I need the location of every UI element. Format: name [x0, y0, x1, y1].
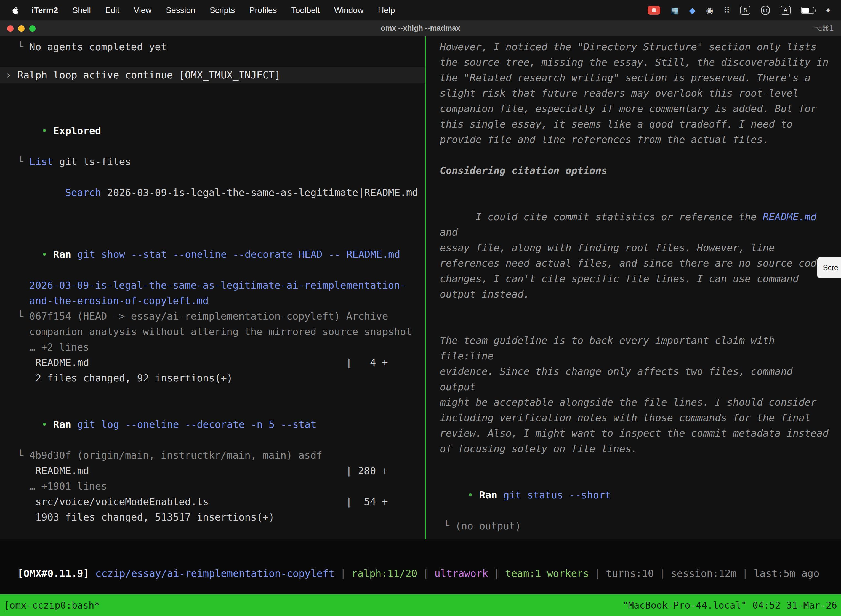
readme-file-reference: README.md: [763, 211, 816, 223]
agents-status-line: └No agents completed yet: [0, 39, 425, 55]
ran-label: Ran: [53, 419, 71, 430]
menu-item-view[interactable]: View: [127, 6, 159, 15]
turns-counter: turns:10: [606, 568, 653, 579]
diffstat-summary: 1903 files changed, 513517 insertions(+): [0, 509, 425, 525]
apple-menu-icon[interactable]: [7, 5, 24, 15]
ran-git-log-line: •Rangit log --oneline --decorate -n 5 --…: [0, 401, 425, 448]
diffstat-filename: README.md: [35, 355, 346, 370]
search-argument: 2026-03-09-is-legal-the-same-as-legitima…: [107, 187, 418, 198]
diffstat-value: | 54 +: [346, 494, 388, 509]
menu-item-help[interactable]: Help: [371, 6, 402, 15]
menu-item-toolbelt[interactable]: Toolbelt: [284, 6, 327, 15]
dots-grid-icon[interactable]: ⠿: [724, 6, 730, 15]
team-workers-badge: team:1 workers: [505, 568, 589, 579]
tree-branch-glyph: └: [18, 39, 29, 55]
ralph-banner-text: Ralph loop active continue [OMX_TMUX_INJ…: [18, 67, 281, 83]
numeric-key-icon[interactable]: 8: [740, 6, 750, 15]
reasoning-heading: Considering citation options: [440, 163, 834, 178]
bullet-icon: •: [467, 487, 479, 503]
menu-item-shell[interactable]: Shell: [65, 6, 98, 15]
omx-status-bar: [OMX#0.11.9]cczip/essay/ai-reimplementat…: [0, 539, 841, 594]
ultrawork-mode-badge: ultrawork: [434, 568, 488, 579]
menu-item-window[interactable]: Window: [327, 6, 371, 15]
bullet-icon: •: [41, 123, 53, 139]
separator: |: [742, 568, 748, 579]
left-terminal-pane[interactable]: └No agents completed yet ›Ralph loop act…: [0, 37, 425, 539]
git-log-output: └4b9d30f (origin/main, instructkr/main, …: [0, 448, 425, 463]
explored-label: Explored: [53, 125, 101, 136]
menu-item-session[interactable]: Session: [159, 6, 202, 15]
git-status-output-text: (no output): [455, 518, 521, 534]
ralph-progress: ralph:11/20: [352, 568, 417, 579]
window-shortcut-badge: ⌥⌘1: [814, 24, 834, 32]
reasoning-paragraph-1: However, I noticed the "Directory Struct…: [440, 39, 834, 147]
diffstat-row: src/voice/voiceModeEnabled.ts| 54 +: [0, 494, 425, 509]
screen-overlay-button[interactable]: Scre: [817, 257, 841, 278]
menu-item-scripts[interactable]: Scripts: [202, 6, 242, 15]
right-terminal-pane[interactable]: However, I noticed the "Directory Struct…: [426, 37, 841, 539]
percent-gauge-icon[interactable]: 61: [761, 6, 770, 15]
menu-item-edit[interactable]: Edit: [98, 6, 127, 15]
reasoning-paragraph-3: The team guideline is to back every impo…: [440, 333, 834, 456]
diffstat-value: | 280 +: [346, 463, 388, 478]
diffstat-summary-text: 2 files changed, 92 insertions(+): [35, 370, 233, 386]
git-status-output: └(no output): [426, 518, 841, 534]
diffstat-more-line: … +1901 lines: [0, 478, 425, 494]
tree-branch-glyph: └: [18, 308, 29, 355]
menu-bar-status-area: ▦ ◆ ◉ ⠿ 8 61 A ✦: [648, 6, 841, 15]
tree-branch-glyph: └: [18, 448, 29, 463]
diffstat-filename: README.md: [35, 463, 346, 478]
reasoning-paragraph-2: I could cite commit statistics or refere…: [440, 194, 834, 317]
diffstat-filename: src/voice/voiceModeEnabled.ts: [35, 494, 346, 509]
agents-status-text: No agents completed yet: [29, 39, 167, 55]
separator: |: [423, 568, 429, 579]
git-show-output: └067f154 (HEAD -> essay/ai-reimplementat…: [0, 308, 425, 355]
ran-label: Ran: [479, 489, 497, 501]
last-activity: last:5m ago: [753, 568, 819, 579]
minimize-button[interactable]: [18, 25, 25, 32]
ran-label: Ran: [53, 249, 71, 260]
paragraph-text: I could cite commit statistics or refere…: [476, 211, 763, 223]
omx-branch-path: cczip/essay/ai-reimplementation-copyleft: [95, 568, 334, 579]
diffstat-summary-text: 1903 files changed, 513517 insertions(+): [35, 509, 274, 525]
diffstat-row: README.md| 4 +: [0, 355, 425, 370]
git-show-command-continuation: 2026-03-09-is-legal-the-same-as-legitima…: [0, 278, 425, 308]
diffstat-summary: 2 files changed, 92 insertions(+): [0, 370, 425, 386]
separator: |: [340, 568, 346, 579]
menu-item-profiles[interactable]: Profiles: [242, 6, 284, 15]
tmux-hostname-clock: "MacBook-Pro-44.local" 04:52 31-Mar-26: [623, 600, 837, 611]
ran-git-show-line: •Rangit show --stat --oneline --decorate…: [0, 231, 425, 278]
list-command-line: └Listgit ls-files: [0, 154, 425, 169]
battery-icon[interactable]: [801, 7, 814, 14]
window-title-bar: omx --xhigh --madmax ⌥⌘1: [0, 21, 841, 37]
list-command: git ls-files: [59, 154, 131, 169]
git-show-output-text: 067f154 (HEAD -> essay/ai-reimplementati…: [29, 308, 412, 355]
search-label: Search: [65, 187, 101, 198]
tree-branch-glyph: └: [443, 518, 455, 534]
input-source-icon[interactable]: A: [781, 6, 791, 15]
screen-recording-indicator[interactable]: [648, 6, 660, 15]
separator: |: [659, 568, 665, 579]
bullet-icon: •: [41, 417, 53, 432]
git-log-command: git log --oneline --decorate -n 5 --stat: [77, 419, 316, 430]
git-log-output-text: 4b9d30f (origin/main, instructkr/main, m…: [29, 448, 322, 463]
zoom-button[interactable]: [29, 25, 35, 32]
chevron-prompt-icon: ›: [6, 67, 18, 83]
circle-app-icon[interactable]: ◉: [706, 6, 713, 15]
grid-app-icon[interactable]: ▦: [671, 6, 678, 15]
list-label: List: [29, 154, 53, 169]
separator: |: [594, 568, 601, 579]
tmux-session-window[interactable]: [omx-cczip0:bash*: [4, 600, 100, 611]
explored-header-line: •Explored: [0, 108, 425, 154]
control-center-icon[interactable]: ✦: [825, 6, 832, 15]
menu-item-iterm2[interactable]: iTerm2: [24, 6, 65, 15]
close-button[interactable]: [7, 25, 13, 32]
traffic-lights: [7, 21, 35, 37]
diffstat-row: README.md| 280 +: [0, 463, 425, 478]
tree-branch-glyph: └: [18, 154, 29, 169]
diamond-app-icon[interactable]: ◆: [689, 6, 696, 15]
git-show-command: git show --stat --oneline --decorate HEA…: [77, 249, 400, 260]
battery-fill: [802, 8, 809, 13]
search-command-line: Search2026-03-09-is-legal-the-same-as-le…: [0, 169, 425, 216]
window-title: omx --xhigh --madmax: [381, 24, 460, 32]
